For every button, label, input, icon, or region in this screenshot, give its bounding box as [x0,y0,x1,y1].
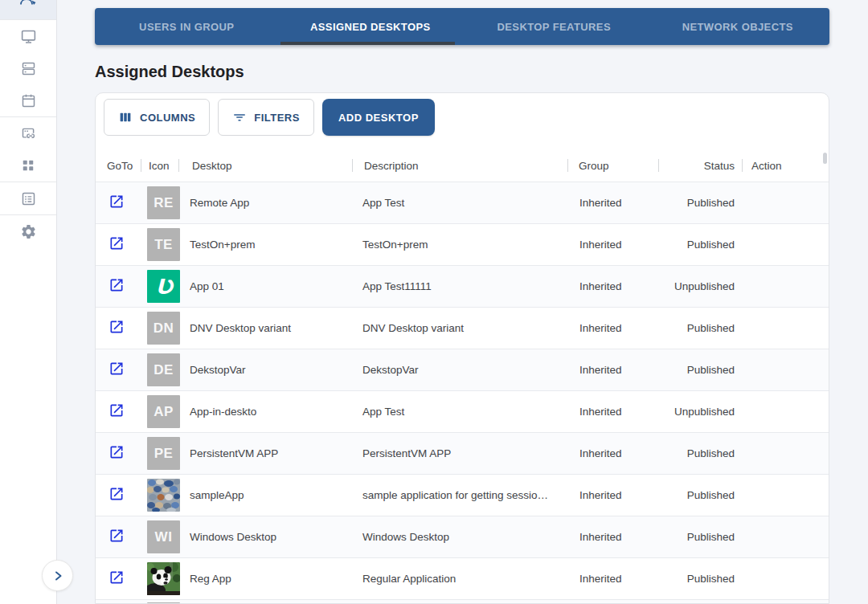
goto-button[interactable] [108,528,125,545]
table-row[interactable]: RE Remote App App Test Inherited Publish… [96,182,829,223]
filters-button-label: FILTERS [254,112,300,124]
desktop-group: Inherited [568,489,659,501]
apps-grid-icon [20,157,36,173]
desktop-status: Published [659,197,743,209]
list-icon [20,190,37,207]
table-row[interactable]: DN DNV Desktop variant DNV Desktop varia… [96,307,829,349]
tab-network-objects[interactable]: NETWORK OBJECTS [646,8,830,45]
main-content: USERS IN GROUP ASSIGNED DESKTOPS DESKTOP… [57,0,868,604]
vine-logo: Ʋ [147,270,180,303]
servers-icon [20,60,37,77]
table-toolbar: COLUMNS FILTERS ADD DESKTOP [96,93,829,149]
desktop-initials-tile: DE [147,353,180,386]
open-in-new-icon [108,277,125,293]
columns-button[interactable]: COLUMNS [104,99,210,136]
open-in-new-icon [108,319,125,335]
desktop-status: Published [659,573,743,585]
open-in-new-icon [108,569,125,586]
desktop-initials-tile: AP [147,395,180,428]
desktop-description: DNV Desktop variant [353,322,568,334]
tab-assigned-desktops[interactable]: ASSIGNED DESKTOPS [279,8,463,45]
table-row[interactable]: AP App-in-deskto App Test Inherited Unpu… [96,390,829,432]
goto-button[interactable] [108,277,125,295]
tab-desktop-features[interactable]: DESKTOP FEATURES [462,8,646,45]
table-row[interactable]: PE PersistentVM APP PersistentVM APP Inh… [96,432,829,474]
column-header-status: Status [659,149,743,182]
assigned-desktops-card: COLUMNS FILTERS ADD DESKTOP GoTo Icon De… [95,92,829,604]
page-title: Assigned Desktops [95,63,244,81]
desktop-initials-tile: RE [147,186,180,219]
goto-button[interactable] [108,235,125,253]
users-group-icon [18,0,38,10]
desktop-description: Regular Application [353,573,568,585]
goto-button[interactable] [108,486,125,504]
desktop-group: Inherited [568,364,659,376]
goto-button[interactable] [108,361,125,378]
desktop-monitor-icon [20,28,37,45]
desktop-name: TestOn+prem [179,239,353,251]
table-row-partial[interactable] [96,599,829,604]
panda-image [147,562,180,595]
table-row[interactable]: Reg App Regular Application Inherited Pu… [96,557,829,599]
sidebar-item-list[interactable] [0,182,56,214]
sidebar-item-schedule[interactable] [0,84,56,116]
sidebar-item-desktops[interactable] [0,20,56,52]
table-header-row: GoTo Icon Desktop Description Group Stat… [96,149,829,182]
sidebar-item-apps-grid[interactable] [0,149,56,182]
goto-button[interactable] [108,194,125,211]
table-row[interactable]: WI Windows Desktop Windows Desktop Inher… [96,516,829,557]
open-in-new-icon [108,235,125,251]
desktop-initials-tile: DN [147,312,180,345]
desktop-status: Unpublished [659,280,743,292]
desktop-group: Inherited [568,531,659,543]
sidebar-item-servers[interactable] [0,52,56,84]
desktop-status: Published [659,239,743,251]
desktop-initials-tile: TE [147,228,180,261]
sidebar-item-device-link[interactable] [0,117,56,149]
desktop-name: PersistentVM APP [179,447,353,459]
settings-gear-icon [20,223,37,240]
table-row[interactable]: DE DekstopVar DekstopVar Inherited Publi… [96,349,829,390]
open-in-new-icon [108,402,125,418]
desktop-name: App 01 [179,280,353,292]
vertical-scrollbar-thumb[interactable] [823,153,827,164]
add-desktop-button-label: ADD DESKTOP [338,112,419,124]
open-in-new-icon [108,486,125,502]
desktop-name: Reg App [179,573,353,585]
desktop-status: Unpublished [659,406,743,418]
open-in-new-icon [108,444,125,460]
columns-icon [118,110,133,124]
desktop-name: Remote App [179,197,353,209]
desktop-group: Inherited [568,322,659,334]
desktop-name: DNV Desktop variant [179,322,353,334]
desktop-description: Windows Desktop [353,531,568,543]
table-row[interactable]: Ʋ App 01 App Test11111 Inherited Unpubli… [96,265,829,307]
column-header-goto: GoTo [96,149,141,182]
table-row[interactable]: TE TestOn+prem TestOn+prem Inherited Pub… [96,223,829,265]
pebbles-thumbnail [147,479,180,512]
desktop-description: App Test [353,406,568,418]
add-desktop-button[interactable]: ADD DESKTOP [322,99,435,136]
pebbles-image [147,479,180,512]
goto-button[interactable] [108,402,125,420]
tab-users-in-group[interactable]: USERS IN GROUP [95,8,279,45]
vine-logo-tile: Ʋ [147,270,180,303]
goto-button[interactable] [108,319,125,337]
table-row[interactable]: sampleApp sample application for getting… [96,474,829,516]
sidebar-item-settings[interactable] [0,215,56,247]
sidebar [0,0,57,604]
desktop-description: TestOn+prem [353,239,568,251]
open-in-new-icon [108,194,125,210]
desktop-initials-tile: WI [147,520,180,553]
column-header-group: Group [568,149,659,182]
goto-button[interactable] [108,569,125,587]
device-link-icon [20,125,37,142]
sidebar-item-users-group[interactable] [0,0,56,19]
desktop-group: Inherited [568,280,659,292]
chevron-right-icon [51,569,65,583]
sidebar-expand-button[interactable] [42,560,73,591]
filters-button[interactable]: FILTERS [218,99,314,136]
desktop-group: Inherited [568,197,659,209]
goto-button[interactable] [108,444,125,462]
desktop-name: sampleApp [179,489,353,501]
